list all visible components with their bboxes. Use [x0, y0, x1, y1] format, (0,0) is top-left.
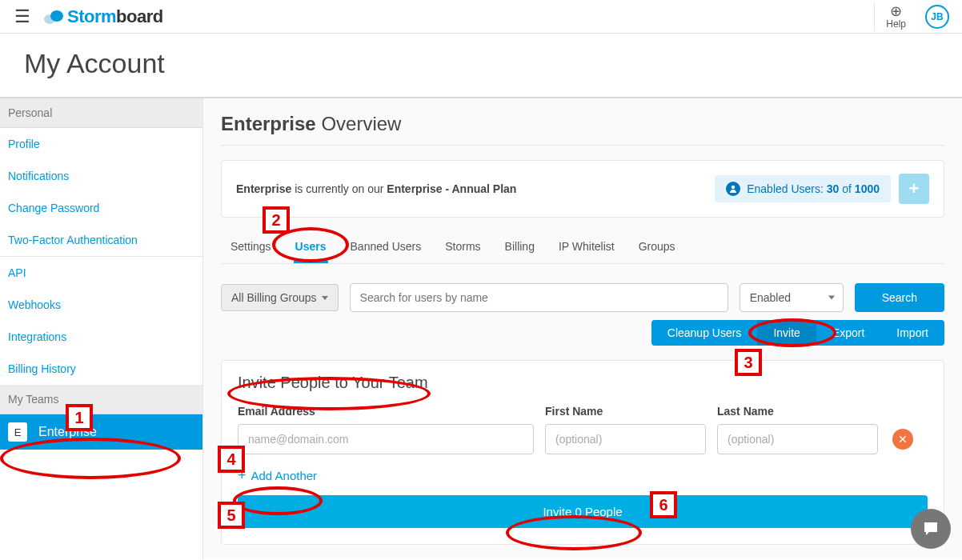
help-label: Help: [886, 18, 906, 30]
tab-settings[interactable]: Settings: [229, 232, 273, 263]
tab-billing[interactable]: Billing: [503, 232, 536, 263]
sidebar-link-webhooks[interactable]: Webhooks: [0, 289, 202, 321]
sidebar-link-integrations[interactable]: Integrations: [0, 321, 202, 353]
billing-group-select[interactable]: All Billing Groups: [221, 284, 339, 311]
first-name-label: First Name: [545, 405, 706, 418]
import-button[interactable]: Import: [880, 320, 944, 346]
plus-icon: +: [238, 467, 247, 484]
logo-mark-icon: [43, 8, 64, 26]
plan-info-row: Enterprise is currently on our Enterpris…: [221, 160, 944, 218]
svg-point-1: [50, 10, 63, 22]
logo[interactable]: Stormboard: [43, 6, 163, 27]
user-action-bar: Cleanup Users Invite Export Import: [221, 320, 944, 346]
email-label: Email Address: [238, 405, 534, 418]
tab-banned-users[interactable]: Banned Users: [349, 232, 423, 263]
invite-panel: Invite People to Your Team Email Address…: [221, 360, 944, 545]
sidebar-section-teams: My Teams: [0, 385, 202, 414]
user-search-input[interactable]: [350, 283, 728, 312]
sidebar: Personal Profile Notifications Change Pa…: [0, 98, 203, 559]
tab-groups[interactable]: Groups: [637, 232, 677, 263]
invite-people-button[interactable]: Invite 0 People: [238, 495, 928, 528]
sidebar-link-notifications[interactable]: Notifications: [0, 160, 202, 192]
sidebar-link-2fa[interactable]: Two-Factor Authentication: [0, 224, 202, 256]
user-search-field[interactable]: [360, 291, 718, 304]
invite-title: Invite People to Your Team: [238, 374, 928, 392]
add-users-button[interactable]: +: [899, 174, 929, 204]
sidebar-link-change-password[interactable]: Change Password: [0, 192, 202, 224]
last-name-input[interactable]: [717, 424, 878, 454]
team-badge: E: [8, 422, 27, 442]
user-icon: [726, 182, 740, 196]
svg-point-2: [732, 186, 735, 189]
sidebar-team-enterprise[interactable]: E Enterprise: [0, 414, 202, 450]
page-title: My Account: [0, 34, 962, 97]
plus-icon: +: [909, 178, 920, 199]
invite-button[interactable]: Invite: [757, 320, 816, 346]
tab-users[interactable]: Users: [294, 232, 328, 263]
add-another-button[interactable]: + Add Another: [238, 467, 928, 484]
last-name-label: Last Name: [717, 405, 878, 418]
help-button[interactable]: ⊕ Help: [874, 2, 917, 31]
enabled-users-chip[interactable]: Enabled Users: 30 of 1000: [715, 175, 891, 202]
close-icon: ✕: [898, 433, 908, 446]
chat-icon: [921, 519, 940, 538]
logo-text-1: Storm: [67, 6, 116, 27]
cleanup-users-button[interactable]: Cleanup Users: [651, 320, 758, 346]
chat-launcher[interactable]: [911, 509, 951, 549]
tab-storms[interactable]: Storms: [443, 232, 482, 263]
help-icon: ⊕: [890, 4, 902, 18]
search-button[interactable]: Search: [855, 283, 944, 312]
sidebar-link-billing-history[interactable]: Billing History: [0, 353, 202, 385]
chevron-down-icon: [322, 296, 328, 300]
tab-ip-whitelist[interactable]: IP Whitelist: [557, 232, 616, 263]
sidebar-section-personal: Personal: [0, 98, 202, 128]
plan-text: Enterprise is currently on our Enterpris…: [236, 182, 516, 195]
tab-bar: Settings Users Banned Users Storms Billi…: [221, 232, 944, 264]
status-select[interactable]: Enabled: [740, 283, 844, 312]
hamburger-menu[interactable]: ☰: [8, 3, 37, 30]
export-button[interactable]: Export: [816, 320, 880, 346]
team-name: Enterprise: [38, 425, 97, 439]
email-input[interactable]: [238, 424, 534, 454]
avatar[interactable]: JB: [925, 5, 949, 29]
sidebar-link-api[interactable]: API: [0, 257, 202, 289]
logo-text-2: board: [116, 6, 163, 27]
remove-row-button[interactable]: ✕: [892, 429, 913, 450]
main-content: Enterprise Overview Enterprise is curren…: [203, 98, 962, 559]
content-title: Enterprise Overview: [221, 113, 944, 135]
sidebar-link-profile[interactable]: Profile: [0, 128, 202, 160]
first-name-input[interactable]: [545, 424, 706, 454]
